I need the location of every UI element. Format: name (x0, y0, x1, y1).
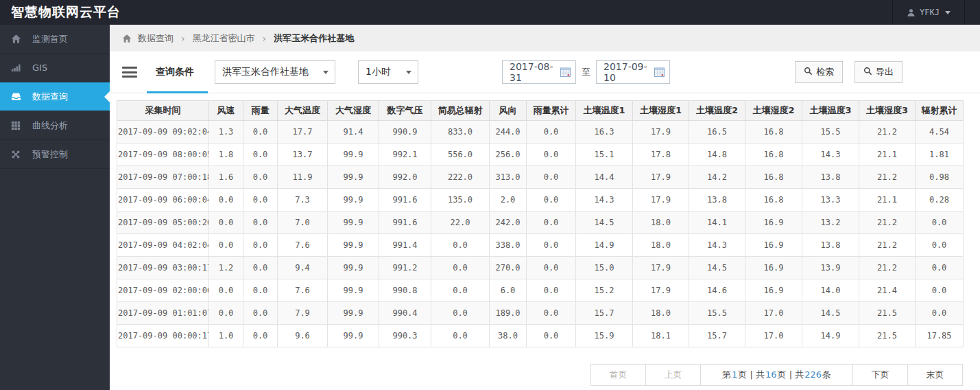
table-cell: 1.81 (916, 144, 964, 166)
table-cell: 0.0 (243, 325, 278, 347)
table-cell: 313.0 (490, 166, 527, 189)
total-pages-number: 16 (765, 369, 778, 380)
table-cell: 0.0 (527, 166, 576, 189)
table-cell: 15.5 (802, 121, 859, 144)
column-header: 辐射累计 (916, 101, 964, 121)
user-menu[interactable]: YFKJ (892, 0, 965, 25)
table-cell: 21.2 (859, 166, 916, 189)
table-cell: 13.2 (802, 211, 859, 234)
table-cell: 17.85 (916, 325, 964, 347)
table-row: 2017-09-09 03:00:171.20.09.499.9991.20.0… (117, 257, 964, 279)
gis-signal-icon (10, 62, 21, 73)
table-cell: 0.0 (431, 234, 490, 257)
table-cell: 15.0 (576, 257, 633, 279)
pagination-first-button[interactable]: 首页 (590, 364, 646, 386)
table-cell: 18.1 (633, 325, 689, 347)
table-cell: 21.5 (859, 325, 916, 347)
table-cell: 16.8 (745, 189, 802, 211)
export-button[interactable]: 导出 (854, 61, 903, 83)
table-cell: 990.9 (379, 121, 431, 144)
calendar-icon[interactable] (654, 67, 665, 77)
table-cell: 91.4 (328, 121, 379, 144)
table-cell: 992.0 (379, 166, 431, 189)
breadcrumb-home-icon (122, 34, 132, 43)
table-cell: 0.0 (243, 234, 278, 257)
user-name: YFKJ (920, 8, 940, 17)
calendar-icon[interactable] (560, 67, 571, 77)
table-cell: 990.3 (379, 325, 431, 347)
search-icon (804, 67, 813, 78)
breadcrumb-item-city[interactable]: 黑龙江省密山市 (193, 32, 255, 45)
sidebar-item-label: 数据查询 (32, 91, 68, 103)
table-cell: 9.6 (278, 325, 328, 347)
table-cell: 338.0 (490, 234, 527, 257)
station-select[interactable]: 洪军玉米合作社基地 (215, 60, 335, 84)
query-bar: 查询条件 洪军玉米合作社基地 1小时 2017-08-31 至 2017-09-… (110, 51, 980, 93)
table-cell: 99.9 (328, 189, 379, 211)
table-cell: 17.7 (278, 121, 328, 144)
home-icon (10, 34, 21, 45)
table-cell: 0.0 (243, 279, 278, 302)
table-cell: 0.0 (209, 234, 243, 257)
column-header: 雨量累计 (527, 101, 576, 121)
sidebar-item-gis[interactable]: GIS (0, 54, 110, 82)
column-header: 土壤湿度2 (745, 101, 802, 121)
table-cell: 991.4 (379, 234, 431, 257)
table-cell: 1.6 (209, 166, 243, 189)
breadcrumb-item-data-query[interactable]: 数据查询 (138, 32, 174, 45)
search-button[interactable]: 检索 (795, 61, 843, 83)
interval-select[interactable]: 1小时 (358, 60, 418, 84)
date-from-value: 2017-08-31 (510, 61, 560, 83)
table-row: 2017-09-09 02:00:060.00.07.699.9990.80.0… (117, 279, 964, 302)
table-row: 2017-09-09 09:02:041.30.017.791.4990.983… (117, 121, 964, 144)
date-to-input[interactable]: 2017-09-10 (596, 60, 670, 84)
export-button-label: 导出 (876, 66, 894, 78)
table-cell: 16.8 (745, 121, 802, 144)
table-row: 2017-09-09 01:01:070.00.07.999.9990.40.0… (117, 302, 964, 325)
breadcrumb-separator: › (181, 33, 185, 44)
table-cell: 15.1 (576, 144, 633, 166)
column-header: 土壤温度3 (802, 101, 859, 121)
table-cell: 16.8 (745, 166, 802, 189)
table-row: 2017-09-09 06:00:040.00.07.399.9991.6135… (117, 189, 964, 211)
table-cell: 189.0 (490, 302, 527, 325)
table-cell: 14.9 (802, 325, 859, 347)
table-cell: 17.8 (633, 144, 689, 166)
column-header: 土壤湿度1 (633, 101, 689, 121)
sidebar-item-curve-analysis[interactable]: 曲线分析 (0, 111, 110, 140)
pagination-prev-button[interactable]: 上页 (645, 364, 701, 386)
table-cell: 7.3 (278, 189, 328, 211)
table-cell: 0.0 (209, 211, 243, 234)
table-cell: 14.3 (576, 189, 633, 211)
table-cell: 15.5 (689, 302, 745, 325)
table-cell: 1.0 (209, 325, 243, 347)
table-cell: 21.2 (859, 121, 916, 144)
table-cell: 0.0 (527, 234, 576, 257)
interval-select-value: 1小时 (366, 66, 391, 78)
table-row: 2017-09-09 07:00:181.60.011.999.9992.022… (117, 166, 964, 189)
sidebar-item-monitor-home[interactable]: 监测首页 (0, 25, 110, 54)
pagination-last-button[interactable]: 末页 (907, 364, 963, 386)
chevron-down-icon (945, 11, 951, 14)
table-row: 2017-09-09 04:02:040.00.07.699.9991.40.0… (117, 234, 964, 257)
table-cell: 0.0 (209, 279, 243, 302)
sidebar-item-data-query[interactable]: 数据查询 (0, 82, 110, 111)
table-cell: 7.0 (278, 211, 328, 234)
table-cell: 38.0 (490, 325, 527, 347)
menu-toggle-icon[interactable] (122, 67, 137, 78)
table-cell: 2017-09-09 05:00:26 (117, 211, 209, 234)
pagination-next-button[interactable]: 下页 (852, 364, 908, 386)
table-cell: 833.0 (431, 121, 490, 144)
table-cell: 17.9 (633, 166, 689, 189)
table-cell: 13.3 (802, 189, 859, 211)
pagination-info: 第1页 | 共16页 | 共226条 (700, 364, 853, 386)
table-row: 2017-09-09 00:00:171.00.09.699.9990.30.0… (117, 325, 964, 347)
table-cell: 0.0 (243, 257, 278, 279)
sidebar-item-alert-control[interactable]: 预警控制 (0, 140, 110, 169)
table-cell: 992.1 (379, 144, 431, 166)
table-cell: 990.8 (379, 279, 431, 302)
table-cell: 22.0 (431, 211, 490, 234)
tab-query-conditions[interactable]: 查询条件 (147, 51, 208, 93)
table-cell: 7.6 (278, 234, 328, 257)
date-from-input[interactable]: 2017-08-31 (502, 60, 576, 84)
